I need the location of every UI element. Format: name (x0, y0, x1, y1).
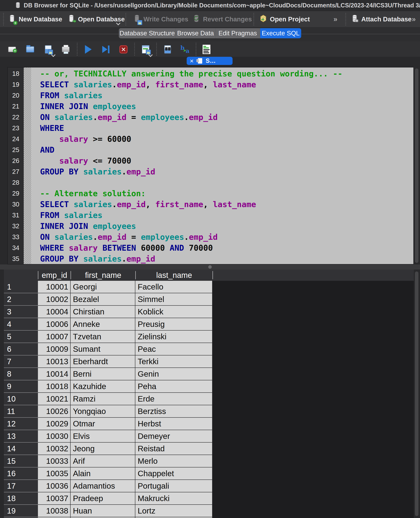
table-cell[interactable]: Kazuhide (71, 380, 135, 393)
table-cell[interactable]: 10006 (38, 318, 71, 330)
table-cell[interactable]: Alain (71, 467, 135, 480)
table-cell[interactable]: Ramzi (71, 393, 135, 405)
row-number-cell[interactable]: 9 (4, 380, 38, 393)
print-button[interactable] (61, 45, 70, 54)
row-number-cell[interactable]: 1 (4, 281, 38, 293)
table-cell[interactable]: Adamantios (71, 480, 135, 492)
open-sql-file-button[interactable] (25, 45, 35, 54)
row-number-cell[interactable]: 6 (4, 343, 38, 355)
open-database-button[interactable]: Open Database (67, 11, 125, 27)
stop-execution-button[interactable]: ✕ (119, 45, 128, 54)
tab-edit-pragmas[interactable]: Edit Pragmas (215, 28, 260, 38)
table-cell[interactable]: Berztiss (135, 405, 212, 418)
row-number-cell[interactable]: 14 (4, 443, 38, 455)
column-header-first-name[interactable]: first_name (71, 271, 135, 279)
find-replace-button[interactable] (163, 45, 172, 54)
table-cell[interactable]: Arif (71, 455, 135, 467)
results-scrollbar[interactable] (415, 271, 419, 516)
table-cell[interactable]: Georgi (71, 281, 135, 293)
table-cell[interactable]: Preusig (135, 318, 212, 330)
table-cell[interactable]: Chirstian (71, 306, 135, 318)
table-cell[interactable]: Demeyer (135, 430, 212, 443)
table-cell[interactable]: Koblick (135, 306, 212, 318)
editor-lines[interactable]: -- or, TECHNICALLY answering the precise… (31, 68, 413, 264)
toolbar-more-button[interactable]: » (412, 11, 416, 27)
table-cell[interactable]: 10035 (38, 467, 71, 480)
show-results-log-button[interactable] (202, 45, 211, 54)
new-sql-tab-button[interactable]: + (8, 45, 17, 54)
table-cell[interactable]: 10013 (38, 355, 71, 368)
table-cell[interactable]: 10002 (38, 293, 71, 306)
table-cell[interactable]: 10004 (38, 306, 71, 318)
row-number-cell[interactable]: 15 (4, 455, 38, 467)
toolbar-more-button[interactable]: » (333, 11, 337, 27)
row-number-cell[interactable]: 17 (4, 480, 38, 492)
table-cell[interactable]: 10018 (38, 380, 71, 393)
table-cell[interactable]: Jeong (71, 443, 135, 455)
table-cell[interactable]: 10014 (38, 368, 71, 380)
table-cell[interactable]: 10032 (38, 443, 71, 455)
table-cell[interactable]: Simmel (135, 293, 212, 306)
row-number-cell[interactable]: 12 (4, 418, 38, 430)
row-number-cell[interactable]: 19 (4, 505, 38, 517)
row-number-cell[interactable]: 8 (4, 368, 38, 380)
table-cell[interactable]: 10030 (38, 430, 71, 443)
table-cell[interactable]: 10001 (38, 281, 71, 293)
table-cell[interactable]: Portugali (135, 480, 212, 492)
table-cell[interactable]: Berni (71, 368, 135, 380)
close-tab-button[interactable]: × (190, 57, 194, 65)
table-cell[interactable]: 10029 (38, 418, 71, 430)
table-cell[interactable]: Herbst (135, 418, 212, 430)
table-cell[interactable]: 10033 (38, 455, 71, 467)
table-cell[interactable]: Erde (135, 393, 212, 405)
open-project-button[interactable]: Open Project (259, 11, 310, 27)
table-cell[interactable]: Yongqiao (71, 405, 135, 418)
table-cell[interactable]: Zielinski (135, 330, 212, 343)
table-cell[interactable]: Reistad (135, 443, 212, 455)
row-number-cell[interactable]: 5 (4, 330, 38, 343)
table-cell[interactable]: Pradeep (71, 492, 135, 505)
execute-all-button[interactable] (84, 45, 93, 54)
sql-document-tab[interactable]: × S… (187, 57, 232, 65)
table-cell[interactable]: 10009 (38, 343, 71, 355)
save-sql-file-button[interactable] (44, 45, 53, 54)
table-cell[interactable]: Huan (71, 505, 135, 517)
table-cell[interactable]: 10037 (38, 492, 71, 505)
row-number-cell[interactable]: 13 (4, 430, 38, 443)
table-cell[interactable]: Terkki (135, 355, 212, 368)
table-cell[interactable]: 10036 (38, 480, 71, 492)
write-changes-button[interactable]: Write Changes (133, 11, 188, 27)
tab-database-structure[interactable]: Database Structure (119, 28, 176, 38)
row-number-cell[interactable]: 4 (4, 318, 38, 330)
row-number-cell[interactable]: 18 (4, 492, 38, 505)
sql-editor[interactable]: 181920212223242526272829303132333435 -- … (8, 67, 414, 264)
tab-execute-sql[interactable]: Execute SQL (260, 28, 301, 38)
table-cell[interactable]: Peac (135, 343, 212, 355)
attach-database-button[interactable]: Attach Database (350, 11, 412, 27)
table-cell[interactable]: 10026 (38, 405, 71, 418)
table-cell[interactable]: Elvis (71, 430, 135, 443)
editor-scrollbar[interactable] (415, 68, 419, 263)
row-number-cell[interactable]: 7 (4, 355, 38, 368)
table-cell[interactable]: Facello (135, 281, 212, 293)
table-cell[interactable]: 10038 (38, 505, 71, 517)
execute-current-line-button[interactable] (101, 45, 111, 54)
row-number-cell[interactable]: 2 (4, 293, 38, 306)
column-header-emp-id[interactable]: emp_id (38, 271, 71, 279)
revert-changes-button[interactable]: Revert Changes (192, 11, 252, 27)
table-cell[interactable]: Merlo (135, 455, 212, 467)
row-number-cell[interactable]: 11 (4, 405, 38, 418)
table-cell[interactable]: Anneke (71, 318, 135, 330)
table-cell[interactable]: 10007 (38, 330, 71, 343)
table-cell[interactable]: Otmar (71, 418, 135, 430)
row-number-cell[interactable]: 10 (4, 393, 38, 405)
tab-browse-data[interactable]: Browse Data (176, 28, 215, 38)
table-cell[interactable]: 10021 (38, 393, 71, 405)
table-cell[interactable]: Chappelet (135, 467, 212, 480)
table-cell[interactable]: Genin (135, 368, 212, 380)
row-number-cell[interactable]: 3 (4, 306, 38, 318)
table-cell[interactable]: Makrucki (135, 492, 212, 505)
corner-header-cell[interactable] (4, 271, 38, 279)
editor-results-splitter[interactable] (0, 264, 420, 270)
save-results-button[interactable] (141, 45, 150, 54)
